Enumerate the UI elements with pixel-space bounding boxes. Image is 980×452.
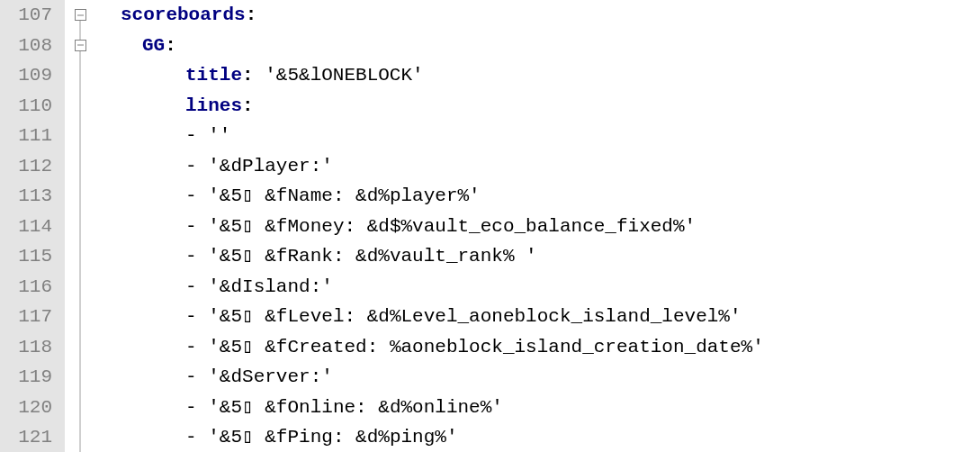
yaml-value: '' bbox=[208, 125, 230, 146]
yaml-key: title bbox=[185, 65, 242, 86]
line-number-gutter: 1071081091101111121131141151161171181191… bbox=[0, 0, 65, 452]
code-line[interactable]: - '&5▯ &fCreated: %aoneblock_island_crea… bbox=[99, 332, 980, 363]
yaml-dash: - bbox=[185, 337, 208, 357]
code-line[interactable]: - '&dPlayer:' bbox=[99, 151, 980, 182]
yaml-dash: - bbox=[185, 366, 208, 387]
yaml-colon: : bbox=[165, 35, 176, 56]
line-number: 108 bbox=[0, 31, 52, 61]
yaml-key: scoreboards bbox=[121, 5, 246, 25]
fold-toggle[interactable] bbox=[65, 0, 95, 31]
line-number: 110 bbox=[0, 91, 52, 122]
code-line[interactable]: - '&5▯ &fLevel: &d%Level_aoneblock_islan… bbox=[99, 302, 980, 332]
yaml-value: '&5▯ &fCreated: %aoneblock_island_creati… bbox=[208, 337, 764, 357]
fold-minus-icon[interactable] bbox=[75, 9, 86, 21]
fold-guide bbox=[65, 60, 95, 91]
yaml-dash: - bbox=[185, 246, 208, 267]
yaml-key: GG bbox=[142, 35, 165, 56]
yaml-colon: : bbox=[246, 5, 257, 25]
yaml-value: '&dPlayer:' bbox=[208, 156, 333, 176]
fold-column bbox=[65, 0, 95, 452]
yaml-value: '&dServer:' bbox=[208, 366, 333, 387]
line-number: 112 bbox=[0, 151, 52, 182]
code-line[interactable]: - '' bbox=[99, 121, 980, 151]
line-number: 115 bbox=[0, 241, 52, 272]
code-line[interactable]: title: '&5&lONEBLOCK' bbox=[99, 60, 980, 91]
fold-guide bbox=[65, 121, 95, 151]
fold-minus-icon[interactable] bbox=[75, 40, 86, 51]
code-area[interactable]: scoreboards:GG:title: '&5&lONEBLOCK'line… bbox=[95, 0, 980, 452]
yaml-value: '&5▯ &fRank: &d%vault_rank% ' bbox=[208, 246, 537, 267]
code-line[interactable]: - '&dIsland:' bbox=[99, 272, 980, 303]
yaml-value: '&5▯ &fPing: &d%ping%' bbox=[208, 427, 457, 447]
fold-guide bbox=[65, 362, 95, 393]
code-line[interactable]: - '&dServer:' bbox=[99, 362, 980, 393]
yaml-dash: - bbox=[185, 306, 208, 327]
yaml-dash: - bbox=[185, 185, 208, 206]
yaml-colon: : bbox=[242, 95, 254, 116]
yaml-value: '&5▯ &fName: &d%player%' bbox=[208, 185, 481, 206]
line-number: 111 bbox=[0, 121, 52, 151]
yaml-value: '&5▯ &fLevel: &d%Level_aoneblock_island_… bbox=[208, 306, 741, 327]
yaml-dash: - bbox=[185, 216, 208, 237]
line-number: 116 bbox=[0, 272, 52, 303]
fold-guide bbox=[65, 91, 95, 122]
yaml-dash: - bbox=[185, 156, 208, 176]
code-line[interactable]: - '&5▯ &fPing: &d%ping%' bbox=[99, 422, 980, 452]
yaml-value: '&5&lONEBLOCK' bbox=[254, 65, 424, 86]
fold-guide bbox=[65, 212, 95, 242]
line-number: 121 bbox=[0, 422, 52, 452]
line-number: 119 bbox=[0, 362, 52, 393]
yaml-dash: - bbox=[185, 427, 208, 447]
fold-guide bbox=[65, 151, 95, 182]
fold-guide bbox=[65, 272, 95, 303]
fold-guide bbox=[65, 332, 95, 363]
line-number: 120 bbox=[0, 393, 52, 423]
fold-guide bbox=[65, 181, 95, 212]
code-line[interactable]: GG: bbox=[99, 31, 980, 61]
fold-toggle[interactable] bbox=[65, 31, 95, 61]
code-line[interactable]: - '&5▯ &fName: &d%player%' bbox=[99, 181, 980, 212]
fold-guide bbox=[65, 422, 95, 452]
line-number: 113 bbox=[0, 181, 52, 212]
code-line[interactable]: - '&5▯ &fOnline: &d%online%' bbox=[99, 393, 980, 423]
yaml-value: '&5▯ &fMoney: &d$%vault_eco_balance_fixe… bbox=[208, 216, 696, 237]
yaml-value: '&dIsland:' bbox=[208, 276, 333, 297]
yaml-dash: - bbox=[185, 397, 208, 418]
line-number: 114 bbox=[0, 212, 52, 242]
yaml-dash: - bbox=[185, 276, 208, 297]
code-line[interactable]: - '&5▯ &fMoney: &d$%vault_eco_balance_fi… bbox=[99, 212, 980, 242]
fold-guide bbox=[65, 241, 95, 272]
yaml-dash: - bbox=[185, 125, 208, 146]
line-number: 117 bbox=[0, 302, 52, 332]
yaml-key: lines bbox=[185, 95, 242, 116]
yaml-value: '&5▯ &fOnline: &d%online%' bbox=[208, 397, 503, 418]
yaml-colon: : bbox=[242, 65, 254, 86]
line-number: 118 bbox=[0, 332, 52, 363]
code-line[interactable]: lines: bbox=[99, 91, 980, 122]
line-number: 109 bbox=[0, 60, 52, 91]
fold-guide bbox=[65, 393, 95, 423]
code-line[interactable]: scoreboards: bbox=[99, 0, 980, 31]
code-line[interactable]: - '&5▯ &fRank: &d%vault_rank% ' bbox=[99, 241, 980, 272]
fold-guide bbox=[65, 302, 95, 332]
line-number: 107 bbox=[0, 0, 52, 31]
